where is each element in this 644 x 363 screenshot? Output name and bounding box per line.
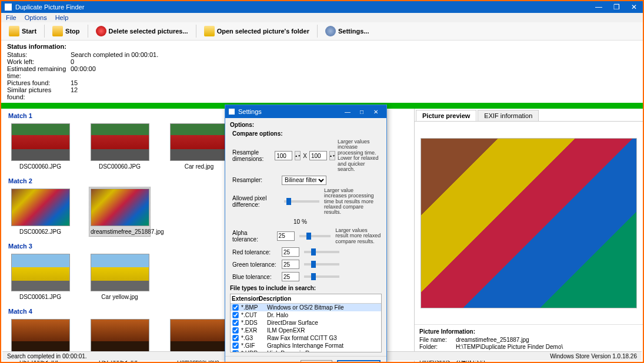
thumbnail[interactable]: DSC00060.JPG: [9, 122, 71, 172]
filetype-checkbox[interactable]: [232, 342, 238, 348]
app-icon: [5, 4, 12, 11]
filetype-row[interactable]: *.BMPWindows or OS/2 Bitmap File: [231, 304, 381, 311]
red-tolerance-input[interactable]: [282, 247, 299, 257]
filetype-ext: *.G3: [241, 335, 267, 341]
thumbnail[interactable]: DSC00062.JPG: [9, 187, 71, 237]
start-label: Start: [22, 28, 36, 35]
filetype-checkbox[interactable]: [232, 335, 238, 341]
close-button[interactable]: ✕: [625, 1, 643, 13]
menu-file[interactable]: File: [6, 14, 16, 21]
info-value: H:\TEMP\Duplicate Picture Finder Demo\: [456, 344, 563, 350]
filetype-row[interactable]: *.GIFGraphics Interchange Format: [231, 342, 381, 349]
thumbnail-caption: Car red.jpg: [170, 163, 228, 170]
resample-height-input[interactable]: [309, 151, 327, 160]
filetype-row[interactable]: *.CUTDr. Halo: [231, 311, 381, 319]
menu-help[interactable]: Help: [55, 14, 69, 21]
resample-dimensions-label: Resample dimensions:: [232, 149, 272, 162]
status-label: Status:: [7, 51, 71, 58]
filetypes-list[interactable]: Extension Description *.BMPWindows or OS…: [230, 294, 382, 352]
resample-width-input[interactable]: [275, 151, 292, 160]
dialog-maximize-button[interactable]: □: [355, 107, 369, 116]
thumbnail-image: [91, 189, 149, 226]
toolbar: Start Stop Delete selected pictures... O…: [1, 22, 643, 41]
thumbnail[interactable]: DSC00060.JPG: [89, 122, 151, 172]
filetype-checkbox[interactable]: [232, 312, 238, 318]
filetype-ext: *.EXR: [241, 327, 267, 334]
status-label: Work left:: [7, 58, 71, 65]
green-slider[interactable]: [304, 263, 339, 265]
tab-picture-preview[interactable]: Picture preview: [416, 110, 476, 121]
delete-icon: [96, 26, 106, 36]
settings-body: Options: Compare options: Resample dimen…: [225, 118, 386, 356]
thumbnail-caption: dreamstimefree_251887.jpg: [91, 228, 149, 235]
thumbnail[interactable]: Car red.jpg: [168, 122, 230, 172]
pixel-diff-slider[interactable]: [284, 200, 319, 203]
spinner-icon[interactable]: ▲▼: [295, 151, 301, 160]
thumbnail[interactable]: Car yellow.jpg: [89, 252, 151, 302]
blue-tolerance-input[interactable]: [282, 272, 299, 281]
filetype-checkbox[interactable]: [232, 327, 238, 333]
thumbnail[interactable]: DSC00061.JPG: [9, 252, 71, 302]
resample-help: Larger values increase processing time. …: [338, 139, 382, 173]
filetype-ext: *.CUT: [241, 312, 267, 318]
filetype-row[interactable]: *.EXRILM OpenEXR: [231, 327, 381, 334]
folder-icon: [204, 26, 215, 36]
thumbnail[interactable]: dreamstimefree_251887.jpg: [89, 187, 151, 237]
gear-icon: [325, 26, 336, 36]
filetype-row[interactable]: *.HDRHigh Dynamic Range: [231, 349, 381, 352]
spinner-icon[interactable]: ▲▼: [329, 151, 335, 160]
open-folder-button[interactable]: Open selected picture's folder: [200, 24, 313, 38]
thumbnail-image: [11, 123, 70, 161]
filetypes-columns: Extension Description: [231, 294, 381, 304]
filetype-row[interactable]: *.DDSDirectDraw Surface: [231, 319, 381, 327]
status-value: 0: [71, 58, 74, 65]
maximize-button[interactable]: ❐: [608, 1, 625, 13]
minimize-button[interactable]: —: [590, 1, 608, 13]
stop-button[interactable]: Stop: [48, 24, 84, 38]
blue-slider[interactable]: [304, 275, 339, 278]
filetype-ext: *.HDR: [241, 350, 267, 352]
settings-button[interactable]: Settings...: [321, 24, 373, 38]
red-tolerance-label: Red tolerance:: [232, 249, 279, 256]
toolbar-separator: [196, 25, 196, 38]
status-value: 12: [71, 86, 78, 100]
red-slider[interactable]: [304, 251, 339, 253]
status-header: Status information:: [7, 43, 637, 50]
toolbar-separator: [44, 25, 45, 38]
col-description[interactable]: Description: [259, 295, 291, 302]
delete-selected-button[interactable]: Delete selected pictures...: [92, 24, 192, 38]
tab-exif[interactable]: EXIF information: [478, 110, 539, 121]
alpha-tolerance-label: Alpha tolerance:: [232, 230, 275, 243]
pixel-diff-label: Allowed pixel difference:: [232, 195, 279, 208]
dialog-close-button[interactable]: ✕: [369, 107, 383, 116]
filetype-ext: *.BMP: [241, 304, 267, 311]
options-header: Options:: [230, 122, 382, 128]
resampler-select[interactable]: Bilinear filter: [282, 176, 326, 185]
alpha-tolerance-input[interactable]: [277, 231, 295, 241]
filetype-checkbox[interactable]: [232, 350, 238, 352]
status-value: 00:00:00: [71, 65, 96, 79]
open-folder-label: Open selected picture's folder: [217, 28, 309, 35]
preview-image-area: [415, 122, 643, 324]
x-label: X: [303, 153, 307, 159]
stop-icon: [52, 26, 63, 36]
alpha-slider[interactable]: [299, 235, 331, 237]
toolbar-separator: [317, 25, 318, 38]
start-button[interactable]: Start: [5, 24, 41, 38]
pixel-diff-help: Larger value increases processing time b…: [324, 188, 376, 216]
green-tolerance-input[interactable]: [282, 260, 299, 269]
thumbnail-image: [170, 123, 229, 161]
picture-info-header: Picture Information:: [419, 328, 638, 335]
dialog-minimize-button[interactable]: —: [341, 107, 355, 116]
filetype-checkbox[interactable]: [232, 304, 238, 310]
filetype-checkbox[interactable]: [232, 320, 238, 325]
filetypes-header: File types to include in search:: [230, 285, 382, 291]
filetype-row[interactable]: *.G3Raw Fax format CCITT G3: [231, 334, 381, 342]
col-extension[interactable]: Extension: [231, 295, 259, 302]
filetype-desc: Windows or OS/2 Bitmap File: [267, 304, 344, 311]
menu-options[interactable]: Options: [25, 14, 47, 21]
preview-image: [421, 138, 637, 308]
info-label: File name:: [419, 337, 456, 343]
info-value: dreamstimefree_251887.jpg: [456, 337, 529, 343]
thumbnail-caption: DSC00060.JPG: [91, 163, 149, 170]
